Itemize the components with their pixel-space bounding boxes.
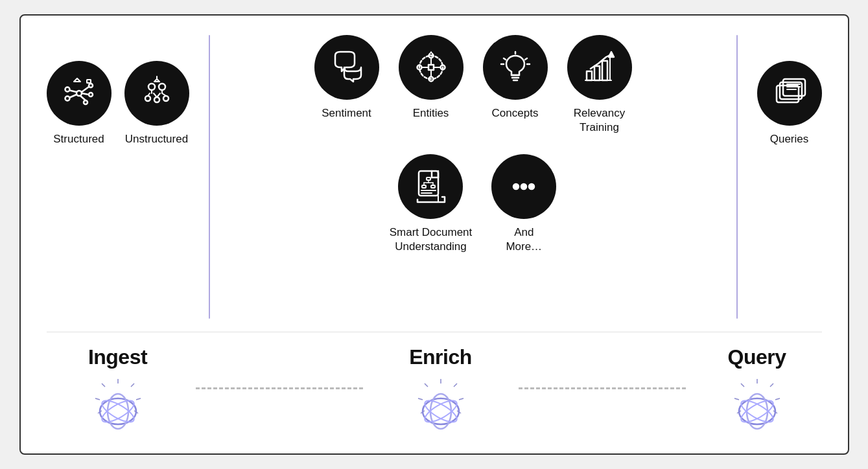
svg-marker-50 bbox=[609, 52, 614, 57]
unstructured-item: Unstructured bbox=[124, 61, 189, 146]
enrich-phase: Enrich bbox=[369, 345, 512, 434]
svg-marker-12 bbox=[74, 78, 80, 82]
ingest-ibm-logo bbox=[89, 376, 147, 434]
svg-line-41 bbox=[504, 58, 506, 60]
entities-item: Entities bbox=[399, 35, 463, 120]
enrich-phase-label: Enrich bbox=[409, 345, 472, 369]
concepts-label: Concepts bbox=[492, 106, 539, 120]
sdu-icon bbox=[412, 168, 449, 205]
svg-rect-60 bbox=[422, 185, 426, 188]
svg-line-10 bbox=[80, 96, 86, 100]
query-column: Queries bbox=[744, 35, 822, 146]
svg-point-103 bbox=[739, 398, 775, 424]
svg-line-75 bbox=[131, 383, 134, 387]
concepts-icon-circle bbox=[483, 35, 548, 100]
entities-icon bbox=[413, 49, 449, 86]
svg-line-89 bbox=[418, 398, 423, 400]
svg-line-22 bbox=[162, 93, 166, 96]
more-item: AndMore… bbox=[491, 154, 556, 254]
svg-line-86 bbox=[454, 383, 457, 387]
enrich-column: Sentiment bbox=[217, 35, 730, 254]
sdu-icon-circle bbox=[398, 154, 463, 219]
divider-right bbox=[736, 35, 738, 319]
entities-label: Entities bbox=[413, 106, 449, 120]
svg-line-9 bbox=[82, 93, 89, 95]
concepts-icon bbox=[497, 49, 534, 86]
svg-rect-47 bbox=[602, 61, 607, 80]
svg-line-76 bbox=[136, 398, 141, 400]
sentiment-icon-circle bbox=[314, 35, 379, 100]
query-ibm-logo bbox=[728, 376, 786, 434]
svg-point-66 bbox=[521, 184, 526, 189]
enrich-ibm-logo bbox=[412, 376, 470, 434]
svg-point-16 bbox=[154, 97, 159, 102]
svg-line-7 bbox=[69, 95, 76, 98]
dotted-line-1 bbox=[196, 387, 363, 389]
ingest-phase: Ingest bbox=[47, 345, 189, 434]
svg-point-17 bbox=[163, 96, 169, 101]
svg-line-42 bbox=[525, 58, 527, 60]
svg-point-67 bbox=[529, 184, 534, 189]
svg-line-87 bbox=[459, 398, 463, 400]
svg-rect-45 bbox=[587, 71, 592, 80]
svg-line-78 bbox=[95, 398, 100, 400]
dotted-line-2 bbox=[519, 387, 686, 389]
unstructured-icon-circle bbox=[124, 61, 189, 126]
svg-line-21 bbox=[154, 93, 157, 97]
svg-point-13 bbox=[148, 84, 155, 90]
enrich-row-2: Smart DocumentUnderstanding AndMore… bbox=[223, 154, 723, 254]
structured-icon bbox=[61, 75, 97, 111]
svg-line-100 bbox=[734, 398, 739, 400]
queries-label: Queries bbox=[770, 132, 809, 146]
relevancy-icon-circle bbox=[567, 35, 632, 100]
svg-point-92 bbox=[423, 398, 459, 424]
queries-icon bbox=[771, 75, 808, 111]
entities-icon-circle bbox=[399, 35, 463, 100]
query-phase: Query bbox=[692, 345, 822, 434]
svg-point-2 bbox=[65, 97, 69, 101]
queries-item: Queries bbox=[757, 61, 822, 146]
svg-line-99 bbox=[741, 383, 744, 387]
svg-point-14 bbox=[159, 84, 165, 90]
svg-line-20 bbox=[148, 93, 150, 96]
structured-label: Structured bbox=[53, 132, 104, 146]
more-icon bbox=[506, 168, 542, 205]
queries-icon-circle bbox=[757, 61, 822, 126]
relevancy-label: RelevancyTraining bbox=[574, 106, 625, 135]
more-icon-circle bbox=[491, 154, 556, 219]
sentiment-item: Sentiment bbox=[314, 35, 379, 120]
ingest-column: Structured bbox=[47, 35, 202, 146]
query-phase-label: Query bbox=[728, 345, 786, 369]
svg-line-8 bbox=[82, 87, 89, 92]
relevancy-icon bbox=[581, 49, 618, 86]
divider-left bbox=[209, 35, 210, 319]
svg-line-77 bbox=[102, 383, 105, 387]
unstructured-label: Unstructured bbox=[125, 132, 188, 146]
structured-item: Structured bbox=[47, 61, 111, 146]
svg-rect-61 bbox=[431, 185, 435, 188]
svg-line-23 bbox=[157, 93, 160, 97]
svg-line-98 bbox=[775, 398, 780, 400]
sdu-label: Smart DocumentUnderstanding bbox=[390, 225, 473, 254]
enrich-row-1: Sentiment bbox=[223, 35, 723, 135]
svg-line-88 bbox=[425, 383, 428, 387]
sentiment-icon bbox=[329, 49, 365, 86]
bottom-section: Ingest bbox=[47, 332, 822, 434]
structured-icon-circle bbox=[47, 61, 111, 126]
svg-point-65 bbox=[513, 184, 519, 189]
svg-rect-51 bbox=[419, 171, 438, 196]
svg-marker-32 bbox=[429, 52, 433, 55]
sentiment-label: Sentiment bbox=[322, 106, 371, 120]
more-label: AndMore… bbox=[506, 225, 542, 254]
svg-point-81 bbox=[100, 398, 136, 424]
svg-point-15 bbox=[145, 96, 150, 101]
concepts-item: Concepts bbox=[483, 35, 548, 120]
sdu-item: Smart DocumentUnderstanding bbox=[390, 154, 473, 254]
svg-rect-46 bbox=[594, 66, 600, 80]
svg-rect-27 bbox=[428, 65, 434, 70]
ingest-phase-label: Ingest bbox=[88, 345, 147, 369]
unstructured-icon bbox=[139, 75, 175, 111]
svg-rect-11 bbox=[87, 80, 91, 83]
svg-line-6 bbox=[69, 91, 76, 93]
svg-point-1 bbox=[65, 87, 69, 92]
